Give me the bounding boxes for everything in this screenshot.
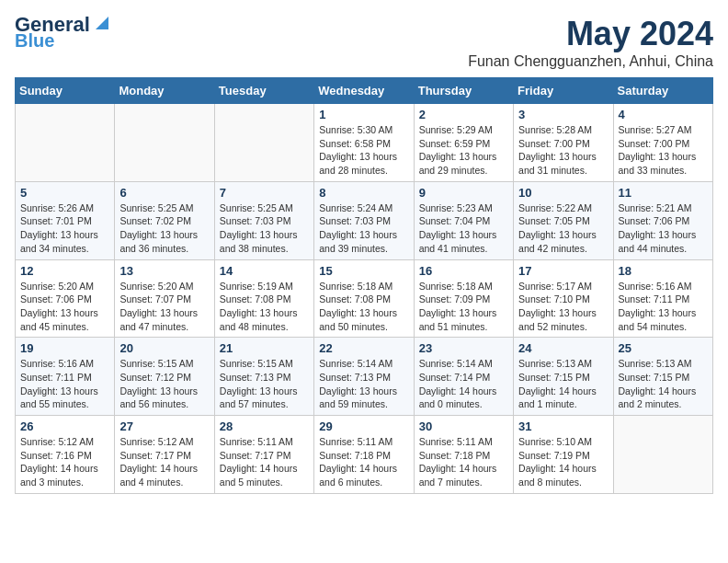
day-number: 7 bbox=[220, 186, 309, 200]
day-info: Sunrise: 5:15 AMSunset: 7:12 PMDaylight:… bbox=[119, 357, 209, 411]
day-info: Sunrise: 5:27 AMSunset: 7:00 PMDaylight:… bbox=[619, 123, 708, 178]
calendar-cell: 6Sunrise: 5:25 AMSunset: 7:02 PMDaylight… bbox=[115, 181, 214, 259]
day-info: Sunrise: 5:11 AMSunset: 7:17 PMDaylight:… bbox=[220, 435, 309, 489]
calendar-cell: 9Sunrise: 5:23 AMSunset: 7:04 PMDaylight… bbox=[414, 181, 513, 259]
day-info: Sunrise: 5:11 AMSunset: 7:18 PMDaylight:… bbox=[419, 435, 508, 489]
day-number: 14 bbox=[220, 264, 309, 278]
logo: General Blue bbox=[15, 15, 112, 50]
calendar-cell: 28Sunrise: 5:11 AMSunset: 7:17 PMDayligh… bbox=[214, 416, 313, 494]
day-number: 6 bbox=[119, 186, 209, 200]
weekday-header-wednesday: Wednesday bbox=[314, 78, 414, 104]
calendar-week-5: 26Sunrise: 5:12 AMSunset: 7:16 PMDayligh… bbox=[16, 416, 713, 494]
day-info: Sunrise: 5:12 AMSunset: 7:16 PMDaylight:… bbox=[20, 435, 109, 489]
day-info: Sunrise: 5:16 AMSunset: 7:11 PMDaylight:… bbox=[20, 357, 109, 411]
location-subtitle: Funan Chengguanzhen, Anhui, China bbox=[468, 53, 713, 70]
calendar-week-4: 19Sunrise: 5:16 AMSunset: 7:11 PMDayligh… bbox=[16, 338, 713, 416]
day-number: 23 bbox=[419, 341, 508, 355]
day-number: 8 bbox=[319, 186, 408, 200]
weekday-header-friday: Friday bbox=[514, 78, 613, 104]
day-info: Sunrise: 5:10 AMSunset: 7:19 PMDaylight:… bbox=[518, 435, 608, 489]
day-number: 19 bbox=[20, 341, 109, 355]
weekday-header-thursday: Thursday bbox=[414, 78, 513, 104]
day-info: Sunrise: 5:14 AMSunset: 7:13 PMDaylight:… bbox=[319, 357, 408, 411]
day-number: 16 bbox=[419, 264, 508, 278]
day-info: Sunrise: 5:17 AMSunset: 7:10 PMDaylight:… bbox=[518, 280, 608, 334]
day-info: Sunrise: 5:24 AMSunset: 7:03 PMDaylight:… bbox=[319, 201, 408, 256]
day-info: Sunrise: 5:29 AMSunset: 6:59 PMDaylight:… bbox=[419, 123, 508, 178]
day-info: Sunrise: 5:23 AMSunset: 7:04 PMDaylight:… bbox=[419, 201, 508, 256]
day-number: 18 bbox=[619, 264, 708, 278]
day-info: Sunrise: 5:19 AMSunset: 7:08 PMDaylight:… bbox=[220, 280, 309, 334]
day-info: Sunrise: 5:13 AMSunset: 7:15 PMDaylight:… bbox=[619, 357, 708, 411]
calendar-cell: 29Sunrise: 5:11 AMSunset: 7:18 PMDayligh… bbox=[314, 416, 414, 494]
calendar-cell: 20Sunrise: 5:15 AMSunset: 7:12 PMDayligh… bbox=[115, 338, 214, 416]
day-info: Sunrise: 5:21 AMSunset: 7:06 PMDaylight:… bbox=[619, 201, 708, 256]
day-number: 17 bbox=[518, 264, 608, 278]
calendar-cell: 12Sunrise: 5:20 AMSunset: 7:06 PMDayligh… bbox=[16, 259, 115, 338]
day-number: 27 bbox=[119, 419, 209, 433]
day-number: 28 bbox=[220, 419, 309, 433]
calendar-cell: 22Sunrise: 5:14 AMSunset: 7:13 PMDayligh… bbox=[314, 338, 414, 416]
calendar-cell bbox=[16, 104, 115, 182]
calendar-cell: 24Sunrise: 5:13 AMSunset: 7:15 PMDayligh… bbox=[514, 338, 613, 416]
svg-marker-0 bbox=[96, 17, 108, 29]
calendar-week-2: 5Sunrise: 5:26 AMSunset: 7:01 PMDaylight… bbox=[16, 181, 713, 259]
day-number: 21 bbox=[220, 341, 309, 355]
calendar-table: SundayMondayTuesdayWednesdayThursdayFrid… bbox=[15, 77, 713, 494]
month-year-title: May 2024 bbox=[468, 15, 713, 53]
day-info: Sunrise: 5:22 AMSunset: 7:05 PMDaylight:… bbox=[518, 201, 608, 256]
day-number: 25 bbox=[619, 341, 708, 355]
day-info: Sunrise: 5:20 AMSunset: 7:06 PMDaylight:… bbox=[20, 280, 109, 334]
day-number: 10 bbox=[518, 186, 608, 200]
day-number: 1 bbox=[319, 108, 408, 121]
day-number: 4 bbox=[619, 108, 708, 121]
day-info: Sunrise: 5:28 AMSunset: 7:00 PMDaylight:… bbox=[518, 123, 608, 178]
calendar-cell: 19Sunrise: 5:16 AMSunset: 7:11 PMDayligh… bbox=[16, 338, 115, 416]
calendar-cell: 5Sunrise: 5:26 AMSunset: 7:01 PMDaylight… bbox=[16, 181, 115, 259]
calendar-week-3: 12Sunrise: 5:20 AMSunset: 7:06 PMDayligh… bbox=[16, 259, 713, 338]
weekday-header-sunday: Sunday bbox=[16, 78, 115, 104]
day-number: 5 bbox=[20, 186, 109, 200]
day-info: Sunrise: 5:16 AMSunset: 7:11 PMDaylight:… bbox=[619, 280, 708, 334]
day-info: Sunrise: 5:25 AMSunset: 7:02 PMDaylight:… bbox=[119, 201, 209, 256]
calendar-cell: 26Sunrise: 5:12 AMSunset: 7:16 PMDayligh… bbox=[16, 416, 115, 494]
calendar-cell: 30Sunrise: 5:11 AMSunset: 7:18 PMDayligh… bbox=[414, 416, 513, 494]
calendar-cell: 7Sunrise: 5:25 AMSunset: 7:03 PMDaylight… bbox=[214, 181, 313, 259]
day-number: 11 bbox=[619, 186, 708, 200]
day-info: Sunrise: 5:25 AMSunset: 7:03 PMDaylight:… bbox=[220, 201, 309, 256]
calendar-week-1: 1Sunrise: 5:30 AMSunset: 6:58 PMDaylight… bbox=[16, 104, 713, 182]
logo-arrow-icon bbox=[92, 13, 112, 33]
day-info: Sunrise: 5:14 AMSunset: 7:14 PMDaylight:… bbox=[419, 357, 508, 411]
calendar-cell bbox=[115, 104, 214, 182]
page-header: General Blue May 2024 Funan Chengguanzhe… bbox=[15, 15, 713, 70]
calendar-cell: 11Sunrise: 5:21 AMSunset: 7:06 PMDayligh… bbox=[613, 181, 712, 259]
logo-text-blue: Blue bbox=[15, 31, 54, 50]
day-number: 13 bbox=[119, 264, 209, 278]
day-number: 26 bbox=[20, 419, 109, 433]
day-info: Sunrise: 5:26 AMSunset: 7:01 PMDaylight:… bbox=[20, 201, 109, 256]
day-number: 20 bbox=[119, 341, 209, 355]
calendar-cell: 4Sunrise: 5:27 AMSunset: 7:00 PMDaylight… bbox=[613, 104, 712, 182]
weekday-header-monday: Monday bbox=[115, 78, 214, 104]
calendar-cell: 23Sunrise: 5:14 AMSunset: 7:14 PMDayligh… bbox=[414, 338, 513, 416]
calendar-cell bbox=[214, 104, 313, 182]
calendar-cell: 13Sunrise: 5:20 AMSunset: 7:07 PMDayligh… bbox=[115, 259, 214, 338]
calendar-cell: 27Sunrise: 5:12 AMSunset: 7:17 PMDayligh… bbox=[115, 416, 214, 494]
day-number: 15 bbox=[319, 264, 408, 278]
day-number: 30 bbox=[419, 419, 508, 433]
day-info: Sunrise: 5:30 AMSunset: 6:58 PMDaylight:… bbox=[319, 123, 408, 178]
title-area: May 2024 Funan Chengguanzhen, Anhui, Chi… bbox=[468, 15, 713, 70]
calendar-cell: 18Sunrise: 5:16 AMSunset: 7:11 PMDayligh… bbox=[613, 259, 712, 338]
calendar-cell: 31Sunrise: 5:10 AMSunset: 7:19 PMDayligh… bbox=[514, 416, 613, 494]
day-number: 9 bbox=[419, 186, 508, 200]
calendar-cell: 8Sunrise: 5:24 AMSunset: 7:03 PMDaylight… bbox=[314, 181, 414, 259]
day-number: 3 bbox=[518, 108, 608, 121]
day-number: 2 bbox=[419, 108, 508, 121]
calendar-cell: 25Sunrise: 5:13 AMSunset: 7:15 PMDayligh… bbox=[613, 338, 712, 416]
day-number: 22 bbox=[319, 341, 408, 355]
calendar-cell: 1Sunrise: 5:30 AMSunset: 6:58 PMDaylight… bbox=[314, 104, 414, 182]
calendar-cell: 16Sunrise: 5:18 AMSunset: 7:09 PMDayligh… bbox=[414, 259, 513, 338]
day-info: Sunrise: 5:12 AMSunset: 7:17 PMDaylight:… bbox=[119, 435, 209, 489]
calendar-header-row: SundayMondayTuesdayWednesdayThursdayFrid… bbox=[16, 78, 713, 104]
day-info: Sunrise: 5:18 AMSunset: 7:08 PMDaylight:… bbox=[319, 280, 408, 334]
